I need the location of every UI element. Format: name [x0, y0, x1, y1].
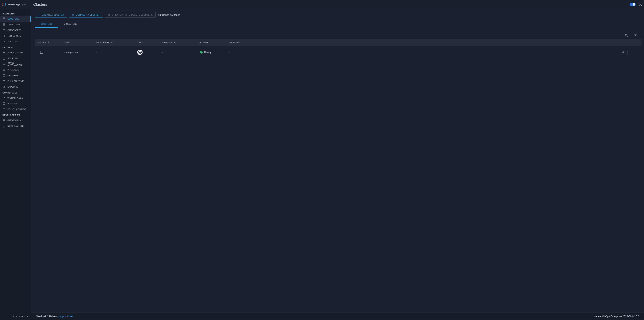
folder-icon [2, 96, 6, 100]
sort-arrow-icon [47, 41, 50, 44]
logo[interactable]: weavegitops [2, 2, 26, 7]
page-title: Clusters [33, 2, 47, 7]
table-row: management--Ready- [35, 46, 642, 58]
sidebar-item-label: CLUSTERS [8, 18, 19, 20]
sidebar-item-image-automation[interactable]: IMAGE AUTOMATION [0, 61, 31, 67]
col-select[interactable]: SELECT [36, 41, 64, 44]
col-dashboards[interactable]: DASHBOARDS [96, 42, 137, 44]
terraform-icon [2, 34, 6, 38]
sidebar-item-flux-runtime[interactable]: FLUX RUNTIME [0, 78, 31, 84]
image-icon [2, 62, 6, 66]
server-icon [2, 17, 6, 20]
status-message: Git Repos not found [158, 14, 180, 16]
create-cluster-button[interactable]: CREATE A CLUSTER [35, 12, 67, 18]
tab-clusters[interactable]: CLUSTERS [35, 20, 58, 28]
cell-status: Ready [200, 51, 230, 54]
sidebar-item-terraform[interactable]: TERRAFORM [0, 33, 31, 39]
chevron-left-icon: ◀ [27, 316, 28, 318]
col-status[interactable]: STATUS [200, 42, 230, 44]
sidebar-item-label: TEMPLATES [8, 23, 20, 26]
main-content: CREATE A CLUSTER CONNECT A CLUSTER CREAT… [31, 9, 644, 320]
sidebar-item-delivery[interactable]: DELIVERY [0, 72, 31, 78]
moon-icon [632, 3, 635, 6]
sidebar-item-label: POLICY CONFIGS [8, 108, 26, 110]
sidebar-item-label: EXPLORER [8, 86, 20, 88]
flux-icon [2, 80, 6, 83]
sidebar-item-pipelines[interactable]: PIPELINES [0, 67, 31, 72]
shield-icon [2, 102, 6, 105]
sidebar-item-label: POLICIES [8, 102, 18, 105]
trash-icon [108, 14, 110, 16]
sidebar-item-policy-configs[interactable]: POLICY CONFIGS [0, 106, 31, 112]
toolbar: CREATE A CLUSTER CONNECT A CLUSTER CREAT… [35, 12, 642, 18]
tabs: CLUSTERS VIOLATIONS [35, 20, 642, 28]
col-message[interactable]: MESSAGE [230, 42, 263, 44]
theme-toggle[interactable] [630, 3, 636, 6]
sidebar-item-label: FLUX RUNTIME [8, 80, 24, 82]
row-checkbox[interactable] [40, 51, 43, 54]
nav-section-title: GUARDRAILS [0, 90, 31, 95]
key-icon [2, 40, 6, 43]
col-namespace[interactable]: NAMESPACE [162, 42, 200, 44]
clusters-table: SELECT NAME DASHBOARDS TYPE NAMESPACE ST… [35, 39, 642, 58]
version-text: Weave GitOps Enterprise 2023-06 0.26.0 [594, 315, 639, 318]
upload-icon [72, 14, 74, 16]
sidebar: PLATFORMCLUSTERSTEMPLATESGITOPSSETSTERRA… [0, 9, 31, 320]
footer: Need help? Raise a support ticket Weave … [31, 312, 644, 320]
chat-icon [2, 124, 6, 128]
check-icon [200, 51, 203, 54]
search-button[interactable] [624, 33, 628, 38]
tab-violations[interactable]: VIOLATIONS [58, 20, 83, 28]
sidebar-item-label: APPLICATIONS [8, 52, 24, 54]
sidebar-item-policies[interactable]: POLICIES [0, 101, 31, 106]
sidebar-item-templates[interactable]: TEMPLATES [0, 22, 31, 27]
help-text: Need help? Raise a support ticket [36, 315, 73, 318]
sidebar-item-label: SECRETS [8, 40, 18, 43]
app-header: weavegitops Clusters [0, 0, 644, 9]
sidebar-item-label: DELIVERY [8, 74, 18, 76]
bulb-icon [2, 119, 6, 122]
sidebar-item-explorer[interactable]: EXPLORER [0, 84, 31, 90]
col-type[interactable]: TYPE [137, 42, 162, 44]
sidebar-item-label: TERRAFORM [8, 35, 21, 37]
nav-section-title: DELIVERY [0, 44, 31, 50]
cell-type [137, 50, 162, 55]
sidebar-item-gitops-run[interactable]: GITOPS RUN [0, 118, 31, 123]
grid-icon [2, 23, 6, 26]
sidebar-item-secrets[interactable]: SECRETS [0, 39, 31, 44]
connect-cluster-button[interactable]: CONNECT A CLUSTER [69, 12, 103, 18]
sidebar-item-sources[interactable]: SOURCES [0, 56, 31, 61]
col-name[interactable]: NAME [64, 42, 96, 44]
plus-icon [38, 14, 40, 16]
collapse-label: COLLAPSE [13, 316, 25, 318]
delete-clusters-button: CREATE A PR TO DELETE CLUSTERS [105, 12, 156, 18]
search-icon [2, 85, 6, 88]
nav-section-title: DEVELOPER EX. [0, 112, 31, 118]
cell-message: - [230, 51, 263, 54]
collapse-button[interactable]: COLLAPSE ◀ [0, 313, 31, 320]
edit-button[interactable] [619, 50, 628, 55]
kubernetes-icon [137, 50, 142, 55]
sidebar-item-label: IMAGE AUTOMATION [8, 62, 28, 66]
logo-icon [2, 2, 6, 7]
sidebar-item-gitopssets[interactable]: GITOPSSETS [0, 27, 31, 33]
cell-name[interactable]: management [64, 51, 96, 54]
sidebar-item-label: WORKSPACES [8, 97, 23, 99]
sidebar-item-label: PIPELINES [8, 68, 19, 71]
user-menu[interactable] [639, 3, 642, 6]
list-icon [2, 29, 6, 32]
shield-gear-icon [2, 108, 6, 111]
sidebar-item-label: SOURCES [8, 57, 18, 60]
rocket-icon [2, 68, 6, 71]
sidebar-item-label: GITOPSSETS [8, 29, 22, 31]
sidebar-item-label: GITOPS RUN [8, 119, 21, 122]
filter-button[interactable] [633, 33, 638, 38]
sidebar-item-workspaces[interactable]: WORKSPACES [0, 95, 31, 101]
cell-dashboards: - [96, 51, 137, 54]
sidebar-item-applications[interactable]: APPLICATIONS [0, 50, 31, 56]
sidebar-item-clusters[interactable]: CLUSTERS [0, 16, 31, 22]
database-icon [2, 57, 6, 60]
sidebar-item-notifications[interactable]: NOTIFICATIONS [0, 123, 31, 129]
cell-namespace: - [162, 51, 200, 54]
support-ticket-link[interactable]: support ticket [58, 315, 73, 318]
